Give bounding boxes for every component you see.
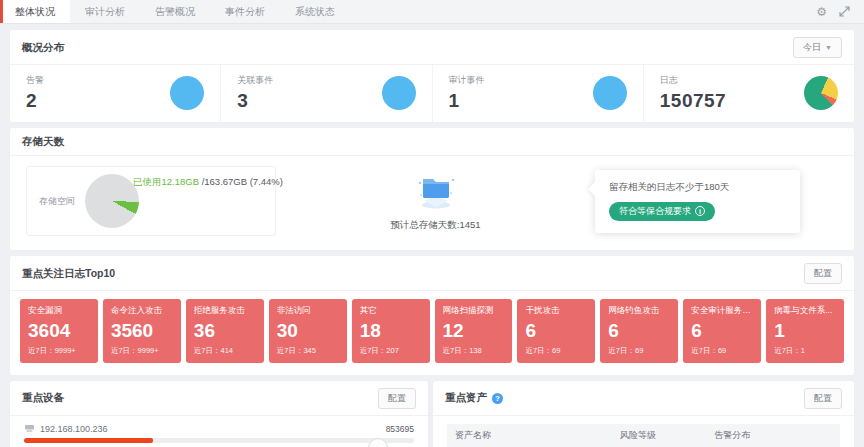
recent-label: 近7日： (111, 346, 138, 355)
tab-alert-overview[interactable]: 告警概况 (140, 0, 210, 23)
date-filter-dropdown[interactable]: 今日 ▼ (793, 37, 842, 58)
stat-label: 告警 (26, 74, 44, 87)
log-card-name: 干扰攻击 (525, 305, 587, 317)
stat-correlated-events[interactable]: 关联事件 3 (221, 65, 432, 122)
recent-label: 近7日： (691, 346, 718, 355)
assets-title: 重点资产 (445, 391, 487, 405)
recent-label: 近7日： (360, 346, 387, 355)
log-card-name: 其它 (360, 305, 422, 317)
log-card[interactable]: 网络扫描探测 12 近7日：138 (435, 299, 513, 363)
key-devices-section: 重点设备 配置 192.168.100.236 853695 192.168.1… (10, 381, 428, 447)
recent-label: 近7日： (608, 346, 635, 355)
storage-usage-text: 已使用12.18GB /163.67GB (7.44%) (133, 176, 283, 189)
device-bar-track (24, 438, 414, 443)
stat-value: 1 (449, 90, 485, 112)
log-card-name: 网络扫描探测 (443, 305, 505, 317)
recent-value: 69 (552, 346, 560, 355)
log-card[interactable]: 非法访问 30 近7日：345 (269, 299, 347, 363)
device-ip: 192.168.100.236 (40, 424, 108, 434)
fullscreen-icon[interactable] (839, 3, 850, 21)
stat-logs[interactable]: 日志 150757 (644, 65, 854, 122)
recent-label: 近7日： (28, 346, 55, 355)
folder-icon (414, 171, 458, 215)
top-logs-config-button[interactable]: 配置 (804, 263, 842, 284)
tab-overall-status[interactable]: 整体状况 (0, 0, 70, 23)
stat-label: 审计事件 (449, 74, 485, 87)
tab-system-status[interactable]: 系统状态 (280, 0, 350, 23)
log-pie-chart-icon (804, 76, 838, 110)
overview-section: 概况分布 今日 ▼ 告警 2 关联事件 3 审计事件 1 (10, 30, 854, 122)
col-alert-distribution: 告警分布 (706, 424, 840, 447)
log-card[interactable]: 干扰攻击 6 近7日：69 (517, 299, 595, 363)
log-card[interactable]: 其它 18 近7日：207 (352, 299, 430, 363)
storage-total-value: /163.67GB (7.44%) (199, 176, 283, 187)
events-circle-icon (382, 76, 416, 110)
stat-audit-events[interactable]: 审计事件 1 (433, 65, 644, 122)
date-filter-value: 今日 (803, 41, 821, 54)
stat-alerts[interactable]: 告警 2 (10, 65, 221, 122)
col-risk-level: 风险等级 (612, 424, 706, 447)
stat-value: 2 (26, 90, 44, 112)
devices-config-button[interactable]: 配置 (378, 388, 416, 409)
recent-value: 9999+ (55, 346, 76, 355)
tab-event-analysis[interactable]: 事件分析 (210, 0, 280, 23)
storage-title: 存储天数 (22, 135, 64, 149)
device-icon (24, 424, 35, 433)
recent-value: 414 (220, 346, 233, 355)
recent-value: 1 (801, 346, 805, 355)
log-card-value: 3604 (28, 319, 90, 343)
log-card-value: 6 (525, 319, 587, 343)
recent-value: 9999+ (138, 346, 159, 355)
recent-value: 69 (635, 346, 643, 355)
log-card-name: 非法访问 (277, 305, 339, 317)
log-card-name: 安全审计服务攻击 (691, 305, 753, 317)
tab-audit-analysis[interactable]: 审计分析 (70, 0, 140, 23)
accent-strip (0, 0, 3, 23)
recent-value: 138 (469, 346, 482, 355)
log-card-value: 6 (608, 319, 670, 343)
overview-title: 概况分布 (22, 41, 64, 55)
log-card[interactable]: 命令注入攻击 3560 近7日：9999+ (103, 299, 181, 363)
compliance-label: 符合等保合规要求 (619, 205, 691, 218)
log-card[interactable]: 病毒与文件系... 1 近7日：1 (766, 299, 844, 363)
compliance-badge[interactable]: 符合等保合规要求 i (609, 202, 715, 221)
log-card-value: 30 (277, 319, 339, 343)
recent-value: 345 (303, 346, 316, 355)
stat-label: 关联事件 (237, 74, 273, 87)
log-card-value: 1 (774, 319, 836, 343)
storage-space-label: 存储空间 (39, 195, 75, 208)
device-bar-fill (24, 438, 153, 443)
info-icon: i (695, 206, 705, 216)
key-assets-section: 重点资产 ? 配置 资产名称 风险等级 告警分布 WindowsServer20… (433, 381, 854, 447)
help-icon[interactable]: ? (492, 393, 503, 404)
log-card[interactable]: 拒绝服务攻击 36 近7日：414 (186, 299, 264, 363)
log-card[interactable]: 网络钓鱼攻击 6 近7日：69 (600, 299, 678, 363)
recent-value: 69 (718, 346, 726, 355)
audit-circle-icon (593, 76, 627, 110)
top-logs-section: 重点关注日志Top10 配置 安全漏洞 3604 近7日：9999+ 命令注入攻… (10, 256, 854, 375)
log-card-value: 36 (194, 319, 256, 343)
stat-label: 日志 (660, 74, 726, 87)
storage-days-caption: 预计总存储天数:1451 (276, 219, 595, 232)
log-card-name: 命令注入攻击 (111, 305, 173, 317)
device-count: 853695 (386, 424, 414, 434)
storage-space-panel: 存储空间 已使用12.18GB /163.67GB (7.44%) (26, 166, 276, 236)
log-card-name: 网络钓鱼攻击 (608, 305, 670, 317)
stat-value: 3 (237, 90, 273, 112)
log-card-name: 病毒与文件系... (774, 305, 836, 317)
recent-value: 207 (386, 346, 399, 355)
compliance-bubble: 留存相关的日志不少于180天 符合等保合规要求 i (595, 170, 800, 233)
recent-label: 近7日： (277, 346, 304, 355)
device-row[interactable]: 192.168.100.236 853695 (24, 424, 414, 443)
log-card-value: 12 (443, 319, 505, 343)
gear-icon[interactable]: ⚙ (816, 6, 827, 18)
stat-value: 150757 (660, 90, 726, 112)
assets-table: 资产名称 风险等级 告警分布 WindowsServer2016 高 0202 … (447, 424, 840, 447)
log-card[interactable]: 安全漏洞 3604 近7日：9999+ (20, 299, 98, 363)
log-card[interactable]: 安全审计服务攻击 6 近7日：69 (683, 299, 761, 363)
storage-pie-chart (85, 174, 139, 228)
retention-notice: 留存相关的日志不少于180天 (609, 181, 786, 194)
alerts-circle-icon (170, 76, 204, 110)
recent-label: 近7日： (525, 346, 552, 355)
assets-config-button[interactable]: 配置 (804, 388, 842, 409)
